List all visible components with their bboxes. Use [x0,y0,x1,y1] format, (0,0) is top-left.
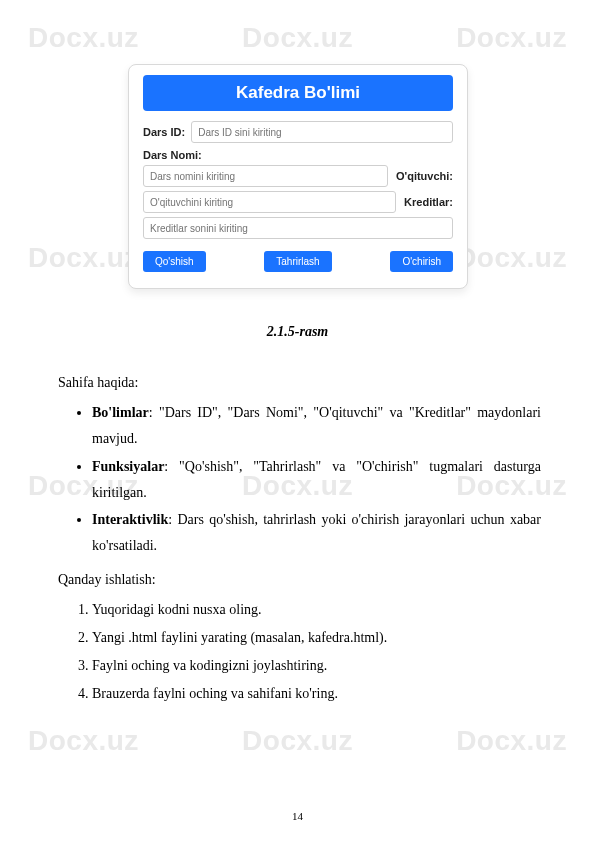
dars-nomi-row: O'qituvchi: [143,165,453,187]
watermark: Docx.uz [28,242,139,274]
list-item: Bo'limlar: "Dars ID", "Dars Nomi", "O'qi… [92,400,541,452]
dars-nomi-input[interactable] [143,165,388,187]
bullet-bold: Interaktivlik [92,512,168,527]
oqituvchi-input[interactable] [143,191,396,213]
watermark: Docx.uz [456,242,567,274]
list-item: Faylni oching va kodingizni joylashtirin… [92,653,541,679]
dars-id-label: Dars ID: [143,126,185,138]
oqituvchi-row: Kreditlar: [143,191,453,213]
dars-id-row: Dars ID: [143,121,453,143]
list-item: Interaktivlik: Dars qo'shish, tahrirlash… [92,507,541,559]
watermark: Docx.uz [456,22,567,54]
bullet-bold: Funksiyalar [92,459,164,474]
bullet-list: Bo'limlar: "Dars ID", "Dars Nomi", "O'qi… [58,400,541,559]
page-number: 14 [0,810,595,822]
watermark: Docx.uz [28,22,139,54]
watermark: Docx.uz [456,725,567,757]
button-row: Qo'shish Tahrirlash O'chirish [143,251,453,272]
steps-list: Yuqoridagi kodni nusxa oling. Yangi .htm… [58,597,541,707]
list-item: Funksiyalar: "Qo'shish", "Tahrirlash" va… [92,454,541,506]
section-heading: Sahifa haqida: [58,370,541,396]
bullet-text: : "Dars ID", "Dars Nomi", "O'qituvchi" v… [92,405,541,446]
body-text: Sahifa haqida: Bo'limlar: "Dars ID", "Da… [58,368,541,715]
form-panel: Kafedra Bo'limi Dars ID: Dars Nomi: O'qi… [128,64,468,289]
section-heading: Qanday ishlatish: [58,567,541,593]
bullet-bold: Bo'limlar [92,405,149,420]
oqituvchi-label: O'qituvchi: [396,170,453,182]
watermark: Docx.uz [242,22,353,54]
figure-caption: 2.1.5-rasm [0,324,595,340]
watermark: Docx.uz [28,725,139,757]
kreditlar-row [143,217,453,239]
delete-button[interactable]: O'chirish [390,251,453,272]
list-item: Brauzerda faylni oching va sahifani ko'r… [92,681,541,707]
watermark: Docx.uz [242,725,353,757]
kreditlar-input[interactable] [143,217,453,239]
panel-title: Kafedra Bo'limi [143,75,453,111]
dars-id-input[interactable] [191,121,453,143]
edit-button[interactable]: Tahrirlash [264,251,331,272]
add-button[interactable]: Qo'shish [143,251,206,272]
list-item: Yuqoridagi kodni nusxa oling. [92,597,541,623]
kreditlar-label: Kreditlar: [404,196,453,208]
list-item: Yangi .html faylini yarating (masalan, k… [92,625,541,651]
dars-nomi-label: Dars Nomi: [143,149,453,161]
